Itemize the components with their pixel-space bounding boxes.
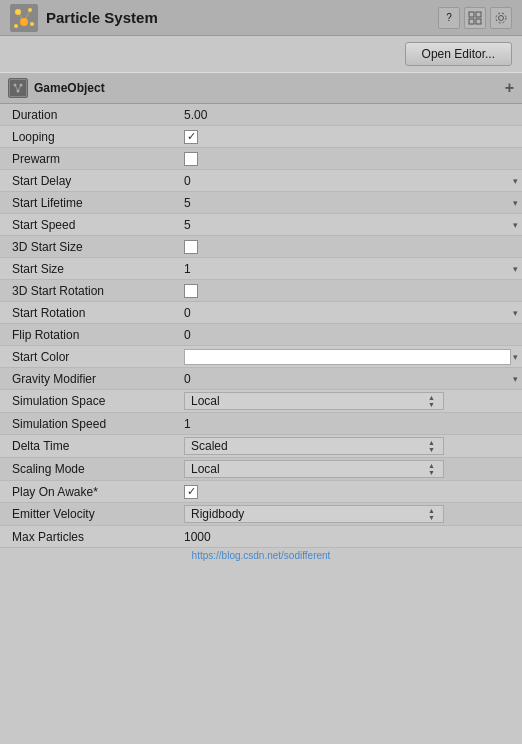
color-picker-row[interactable]: ▾ [180, 349, 522, 365]
property-label: Scaling Mode [0, 462, 180, 476]
select-arrows-icon: ▲▼ [428, 394, 437, 408]
checkbox[interactable] [184, 152, 198, 166]
svg-rect-14 [10, 80, 26, 96]
property-label: Gravity Modifier [0, 372, 180, 386]
table-row: Gravity Modifier0▾ [0, 368, 522, 390]
select-arrows-icon: ▲▼ [428, 507, 437, 521]
property-label: Emitter Velocity [0, 507, 180, 521]
select-value-label: Rigidbody [191, 507, 428, 521]
open-editor-row: Open Editor... [0, 36, 522, 72]
settings-button[interactable] [490, 7, 512, 29]
add-component-button[interactable]: + [505, 79, 514, 97]
particle-system-icon [10, 4, 38, 32]
table-row: Start Lifetime5▾ [0, 192, 522, 214]
property-text-value: 0 [184, 306, 513, 320]
table-row: Max Particles1000 [0, 526, 522, 548]
svg-rect-10 [469, 19, 474, 24]
select-arrows-icon: ▲▼ [428, 439, 437, 453]
table-row: Flip Rotation0 [0, 324, 522, 346]
dropdown-arrow-icon: ▾ [513, 374, 522, 384]
table-row: Duration5.00 [0, 104, 522, 126]
checkbox[interactable] [184, 284, 198, 298]
svg-point-4 [30, 22, 34, 26]
svg-rect-8 [469, 12, 474, 17]
select-value-label: Local [191, 462, 428, 476]
property-text-value: 5 [184, 218, 513, 232]
property-label: Prewarm [0, 152, 180, 166]
select-dropdown[interactable]: Local▲▼ [184, 460, 444, 478]
title-bar: Particle System ? [0, 0, 522, 36]
dropdown-arrow-icon: ▾ [513, 264, 522, 274]
table-row: Start Color▾ [0, 346, 522, 368]
gameobject-title: GameObject [34, 81, 505, 95]
table-row: Simulation SpaceLocal▲▼ [0, 390, 522, 413]
property-text-value: 1 [184, 262, 513, 276]
properties-panel: Duration5.00LoopingPrewarmStart Delay0▾S… [0, 104, 522, 548]
property-label: Flip Rotation [0, 328, 180, 342]
select-value-label: Local [191, 394, 428, 408]
property-text-value: 5 [184, 196, 513, 210]
dropdown-arrow-icon: ▾ [513, 308, 522, 318]
property-label: 3D Start Rotation [0, 284, 180, 298]
layout-button[interactable] [464, 7, 486, 29]
table-row: Prewarm [0, 148, 522, 170]
dropdown-arrow-icon: ▾ [513, 176, 522, 186]
property-value-with-arrow[interactable]: 5▾ [180, 218, 522, 232]
svg-rect-11 [476, 19, 481, 24]
table-row: Scaling ModeLocal▲▼ [0, 458, 522, 481]
property-label: Simulation Speed [0, 417, 180, 431]
checkbox[interactable] [184, 240, 198, 254]
select-dropdown[interactable]: Rigidbody▲▼ [184, 505, 444, 523]
table-row: 3D Start Size [0, 236, 522, 258]
dropdown-arrow-icon: ▾ [513, 352, 522, 362]
property-value: 1 [180, 417, 522, 431]
svg-point-12 [499, 15, 504, 20]
select-dropdown[interactable]: Scaled▲▼ [184, 437, 444, 455]
dropdown-arrow-icon: ▾ [513, 198, 522, 208]
property-value-with-arrow[interactable]: 0▾ [180, 372, 522, 386]
select-dropdown[interactable]: Local▲▼ [184, 392, 444, 410]
svg-rect-9 [476, 12, 481, 17]
property-value: 0 [180, 328, 522, 342]
property-value-with-arrow[interactable]: 0▾ [180, 174, 522, 188]
help-button[interactable]: ? [438, 7, 460, 29]
gameobject-icon [8, 78, 28, 98]
table-row: Start Speed5▾ [0, 214, 522, 236]
svg-point-5 [14, 24, 18, 28]
table-row: Start Delay0▾ [0, 170, 522, 192]
property-value-with-arrow[interactable]: 1▾ [180, 262, 522, 276]
table-row: Delta TimeScaled▲▼ [0, 435, 522, 458]
table-row: 3D Start Rotation [0, 280, 522, 302]
table-row: Looping [0, 126, 522, 148]
property-value-with-arrow[interactable]: 5▾ [180, 196, 522, 210]
table-row: Play On Awake* [0, 481, 522, 503]
table-row: Start Rotation0▾ [0, 302, 522, 324]
property-value-with-arrow[interactable]: 0▾ [180, 306, 522, 320]
property-label: Start Lifetime [0, 196, 180, 210]
property-label: Start Size [0, 262, 180, 276]
dropdown-arrow-icon: ▾ [513, 220, 522, 230]
property-label: Start Speed [0, 218, 180, 232]
property-label: Duration [0, 108, 180, 122]
checkbox[interactable] [184, 130, 198, 144]
table-row: Emitter VelocityRigidbody▲▼ [0, 503, 522, 526]
select-arrows-icon: ▲▼ [428, 462, 437, 476]
property-label: Simulation Space [0, 394, 180, 408]
select-value-label: Scaled [191, 439, 428, 453]
property-label: Looping [0, 130, 180, 144]
watermark: https://blog.csdn.net/sodifferent [0, 548, 522, 563]
property-text-value: 0 [184, 372, 513, 386]
property-label: Start Rotation [0, 306, 180, 320]
open-editor-button[interactable]: Open Editor... [405, 42, 512, 66]
checkbox[interactable] [184, 485, 198, 499]
property-label: Delta Time [0, 439, 180, 453]
property-label: Start Delay [0, 174, 180, 188]
property-label: Max Particles [0, 530, 180, 544]
color-swatch[interactable] [184, 349, 511, 365]
svg-point-13 [496, 13, 506, 23]
title-button-group: ? [438, 7, 512, 29]
property-value: 1000 [180, 530, 522, 544]
property-label: 3D Start Size [0, 240, 180, 254]
property-value: 5.00 [180, 108, 522, 122]
property-text-value: 0 [184, 174, 513, 188]
